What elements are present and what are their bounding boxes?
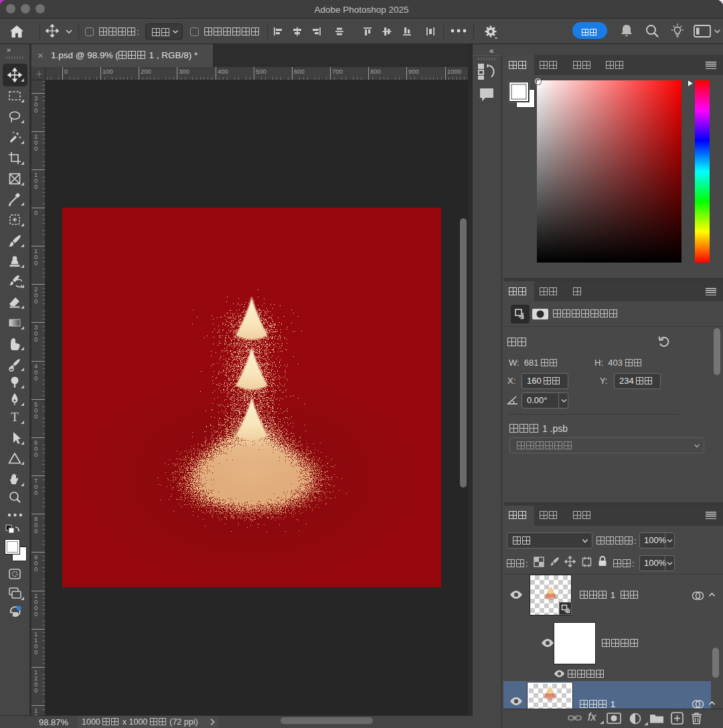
svg-text:T: T [11,410,19,424]
